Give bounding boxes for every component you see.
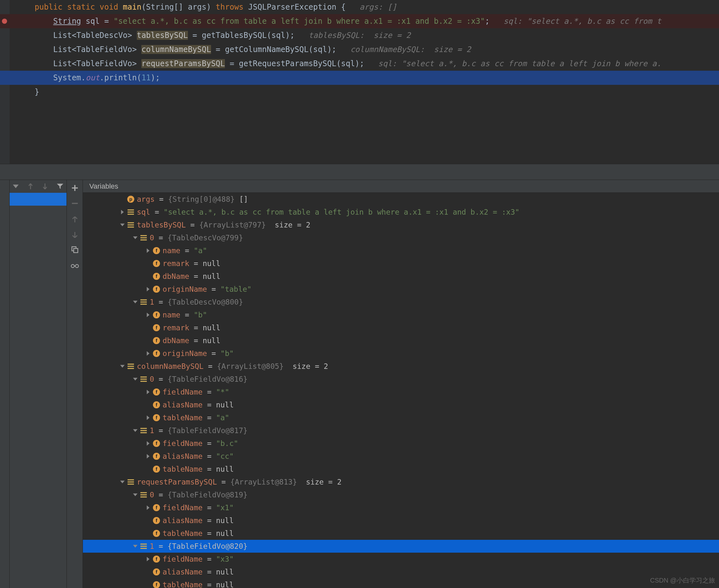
- debugger-panel: Variables pargs = {String[0]@488} []sql …: [0, 180, 719, 588]
- code-line[interactable]: String sql = "select a.*, b.c as cc from…: [0, 14, 719, 28]
- expand-right-icon[interactable]: [144, 414, 152, 422]
- variable-row[interactable]: fdbName = null: [83, 334, 719, 347]
- expand-down-icon[interactable]: [131, 491, 140, 499]
- move-up-icon[interactable]: [72, 215, 78, 224]
- variable-value: null: [203, 321, 220, 334]
- glasses-icon[interactable]: [71, 261, 79, 271]
- variable-value: "table": [220, 283, 252, 296]
- list-icon: [140, 542, 148, 550]
- variable-row[interactable]: 1 = {TableFieldVo@817}: [83, 424, 719, 437]
- variable-name: tablesBySQL: [137, 218, 186, 231]
- code-line[interactable]: System.out.println(11);: [0, 71, 719, 85]
- field-icon: f: [152, 323, 161, 332]
- variable-row[interactable]: 1 = {TableDescVo@800}: [83, 296, 719, 309]
- variable-name: remark: [163, 321, 189, 334]
- variable-row[interactable]: faliasName = null: [83, 398, 719, 411]
- variable-row[interactable]: ffieldName = "*": [83, 385, 719, 398]
- variable-name: originName: [163, 347, 207, 360]
- filter-icon[interactable]: [57, 183, 63, 190]
- variable-value: size = 2: [301, 476, 341, 488]
- field-icon: f: [152, 336, 161, 345]
- expand-down-icon[interactable]: [118, 221, 127, 229]
- svg-rect-16: [128, 364, 134, 365]
- variable-row[interactable]: 0 = {TableFieldVo@819}: [83, 488, 719, 501]
- variable-row[interactable]: ftableName = "a": [83, 411, 719, 424]
- expand-right-icon[interactable]: [144, 452, 152, 460]
- expand-right-icon[interactable]: [144, 247, 152, 255]
- variable-row[interactable]: faliasName = "cc": [83, 450, 719, 463]
- variable-row[interactable]: fremark = null: [83, 257, 719, 270]
- svg-rect-32: [141, 546, 147, 547]
- code-editor[interactable]: public static void main(String[] args) t…: [0, 0, 719, 164]
- expand-right-icon[interactable]: [144, 439, 152, 447]
- variable-name: name: [163, 309, 180, 321]
- variable-row[interactable]: ffieldName = "x3": [83, 553, 719, 566]
- variable-row[interactable]: columnNameBySQL = {ArrayList@805} size =…: [83, 360, 719, 373]
- variable-row[interactable]: 0 = {TableDescVo@799}: [83, 231, 719, 244]
- expand-right-icon[interactable]: [144, 555, 152, 563]
- expand-down-icon[interactable]: [131, 426, 140, 435]
- variable-type: {ArrayList@797}: [199, 218, 271, 231]
- variable-row[interactable]: sql = "select a.*, b.c as cc from table …: [83, 206, 719, 218]
- field-icon: f: [152, 568, 161, 576]
- expand-down-icon[interactable]: [131, 375, 140, 383]
- add-watch-icon[interactable]: [71, 185, 78, 193]
- copy-icon[interactable]: [71, 246, 78, 255]
- variable-row[interactable]: ffieldName = "b.c": [83, 437, 719, 450]
- expand-down-icon[interactable]: [131, 234, 140, 242]
- prev-frame-icon[interactable]: [28, 184, 34, 189]
- code-line[interactable]: public static void main(String[] args) t…: [0, 0, 719, 14]
- variable-row[interactable]: faliasName = null: [83, 514, 719, 527]
- variable-row[interactable]: foriginName = "table": [83, 283, 719, 296]
- variable-row[interactable]: ftableName = null: [83, 579, 719, 588]
- expand-down-icon[interactable]: [131, 542, 140, 550]
- expand-right-icon[interactable]: [118, 208, 127, 216]
- expand-right-icon[interactable]: [144, 349, 152, 358]
- frames-collapsed[interactable]: [0, 180, 9, 588]
- svg-rect-8: [128, 224, 134, 225]
- remove-watch-icon[interactable]: [71, 200, 78, 209]
- svg-rect-13: [141, 299, 147, 300]
- variable-row[interactable]: tablesBySQL = {ArrayList@797} size = 2: [83, 218, 719, 231]
- code-line[interactable]: List<TableFieldVo> columnNameBySQL = get…: [0, 42, 719, 57]
- variable-row[interactable]: ffieldName = "x1": [83, 501, 719, 514]
- variable-row[interactable]: ftableName = null: [83, 527, 719, 540]
- variable-row[interactable]: fname = "b": [83, 309, 719, 321]
- variable-name: name: [163, 244, 180, 257]
- variable-type: {String[0]@488}: [168, 193, 239, 206]
- variable-value: "*": [216, 385, 229, 398]
- svg-rect-31: [141, 544, 147, 545]
- expand-right-icon[interactable]: [144, 388, 152, 396]
- variable-row[interactable]: requestParamsBySQL = {ArrayList@813} siz…: [83, 476, 719, 488]
- variables-tab[interactable]: Variables: [83, 180, 719, 193]
- variable-row[interactable]: foriginName = "b": [83, 347, 719, 360]
- svg-rect-5: [128, 211, 134, 212]
- variable-value: "x3": [216, 553, 234, 566]
- variable-row[interactable]: faliasName = null: [83, 566, 719, 579]
- expand-right-icon[interactable]: [144, 311, 152, 319]
- watermark: CSDN @小白学习之旅: [650, 576, 715, 585]
- variable-row[interactable]: fdbName = null: [83, 270, 719, 283]
- next-frame-icon[interactable]: [42, 184, 48, 189]
- breakpoint-icon[interactable]: [2, 19, 7, 24]
- variable-row[interactable]: fremark = null: [83, 321, 719, 334]
- thread-dropdown[interactable]: [13, 184, 19, 189]
- move-down-icon[interactable]: [72, 231, 78, 240]
- variables-tree[interactable]: pargs = {String[0]@488} []sql = "select …: [83, 193, 719, 588]
- variable-row[interactable]: 0 = {TableFieldVo@816}: [83, 373, 719, 385]
- expand-down-icon[interactable]: [131, 298, 140, 306]
- selected-frame[interactable]: [9, 193, 66, 206]
- expand-right-icon[interactable]: [144, 285, 152, 293]
- code-line[interactable]: List<TableFieldVo> requestParamsBySQL = …: [0, 57, 719, 71]
- code-line[interactable]: }: [0, 85, 719, 99]
- svg-rect-19: [141, 377, 147, 378]
- expand-down-icon[interactable]: [118, 362, 127, 371]
- expand-right-icon[interactable]: [144, 504, 152, 512]
- code-line[interactable]: List<TableDescVo> tablesBySQL = getTable…: [0, 28, 719, 42]
- variable-row[interactable]: pargs = {String[0]@488} []: [83, 193, 719, 206]
- variable-row[interactable]: fname = "a": [83, 244, 719, 257]
- variable-row[interactable]: ftableName = null: [83, 463, 719, 476]
- list-icon: [127, 362, 135, 371]
- variable-row[interactable]: 1 = {TableFieldVo@820}: [83, 540, 719, 553]
- expand-down-icon[interactable]: [118, 478, 127, 486]
